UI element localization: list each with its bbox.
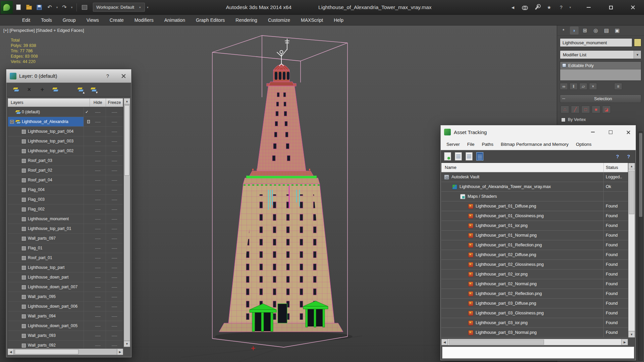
current-layer-cell[interactable]: ✓: [84, 195, 90, 204]
asset-row[interactable]: Lighthouse_part_01_Diffuse.png Found: [441, 201, 628, 211]
set-current-layer-icon[interactable]: ▲: [76, 86, 85, 94]
create-new-layer-icon[interactable]: [12, 86, 20, 94]
freeze-cell[interactable]: -----: [106, 273, 123, 282]
freeze-cell[interactable]: -----: [106, 253, 123, 262]
scrollbar-thumb[interactable]: [449, 340, 544, 345]
layer-row[interactable]: Lighthouse_monument ✓ ----- -----: [8, 214, 123, 224]
scroll-up-icon[interactable]: ▲: [628, 163, 635, 169]
modifier-stack-item[interactable]: Editable Poly: [560, 62, 641, 69]
column-hide[interactable]: Hide: [90, 99, 106, 107]
layer-row[interactable]: Lighthouse_top_part ✓ ----- -----: [8, 263, 123, 273]
column-freeze[interactable]: Freeze: [106, 99, 123, 107]
element-mode-icon[interactable]: ◪: [602, 106, 611, 113]
scroll-up-icon[interactable]: ▲: [124, 98, 130, 104]
layer-row[interactable]: Lighthouse_down_part ✓ ----- -----: [8, 273, 123, 282]
hide-cell[interactable]: -----: [90, 282, 106, 292]
vertex-mode-icon[interactable]: ∴: [560, 106, 569, 113]
asset-row[interactable]: Lighthouse_part_02_Reflection.png Found: [441, 289, 628, 299]
hide-cell[interactable]: -----: [90, 117, 106, 126]
layer-row[interactable]: Lighthouse_of_Alexandria ✓ ----- -----: [8, 117, 123, 127]
current-layer-cell[interactable]: ✓: [84, 117, 90, 126]
freeze-cell[interactable]: -----: [106, 292, 123, 301]
polygon-mode-icon[interactable]: ■: [592, 106, 600, 113]
scroll-down-icon[interactable]: ▼: [124, 341, 130, 347]
asset-row[interactable]: Maps / Shaders: [441, 192, 628, 201]
current-layer-cell[interactable]: ✓: [84, 185, 90, 194]
layer-row[interactable]: Lighthouse_top_part_01 ✓ ----- -----: [8, 224, 123, 234]
freeze-cell[interactable]: -----: [106, 117, 123, 126]
current-layer-cell[interactable]: ✓: [84, 156, 90, 165]
pin-stack-icon[interactable]: ∞: [560, 83, 568, 90]
asset-minimize-icon[interactable]: [585, 125, 600, 139]
open-file-icon[interactable]: [24, 3, 34, 12]
menu-item[interactable]: Views: [81, 15, 104, 25]
hide-cell[interactable]: -----: [90, 146, 106, 156]
application-menu-icon[interactable]: [1, 1, 13, 14]
freeze-cell[interactable]: -----: [106, 234, 123, 243]
asset-list-view-icon[interactable]: [455, 152, 462, 161]
panel-scrollbar-thumb[interactable]: [639, 133, 642, 217]
layer-row[interactable]: Roof_part_04 ✓ ----- -----: [8, 175, 123, 185]
menu-item[interactable]: Animation: [159, 15, 191, 25]
save-file-icon[interactable]: [35, 3, 44, 12]
current-layer-cell[interactable]: ✓: [84, 263, 90, 272]
hide-cell[interactable]: -----: [90, 253, 106, 262]
hide-cell[interactable]: -----: [90, 311, 106, 321]
layer-row[interactable]: Lighthouse_down_part_005 ✓ ----- -----: [8, 321, 123, 331]
hide-cell[interactable]: -----: [90, 127, 106, 136]
scrollbar-thumb[interactable]: [15, 349, 78, 354]
asset-context-help-icon[interactable]: ?: [625, 153, 632, 160]
tab-create-icon[interactable]: *: [559, 26, 568, 35]
hide-cell[interactable]: -----: [90, 136, 106, 146]
help-icon[interactable]: ?: [556, 3, 566, 12]
minimize-button[interactable]: [578, 0, 600, 15]
current-layer-cell[interactable]: ✓: [84, 253, 90, 262]
menu-item[interactable]: Tools: [36, 15, 57, 25]
menu-item[interactable]: Group: [57, 15, 81, 25]
asset-row[interactable]: Lighthouse_part_02_ior.png Found: [441, 269, 628, 279]
layer-list-vertical-scrollbar[interactable]: ▲ ▼: [124, 98, 130, 347]
modifier-list-dropdown[interactable]: Modifier List ▾: [560, 50, 641, 59]
new-scene-icon[interactable]: [14, 3, 23, 12]
freeze-cell[interactable]: -----: [106, 127, 123, 136]
select-objects-in-layer-icon[interactable]: [51, 86, 59, 94]
redo-dropdown-icon[interactable]: ▾: [70, 6, 73, 9]
freeze-cell[interactable]: -----: [106, 263, 123, 272]
hide-cell[interactable]: -----: [90, 175, 106, 185]
asset-menu-item[interactable]: Options: [572, 139, 595, 150]
viewport-label[interactable]: [+] [Perspective] [Shaded + Edged Faces]: [3, 28, 84, 33]
asset-details-view-icon[interactable]: [466, 152, 473, 161]
scroll-left-icon[interactable]: ◀: [441, 339, 448, 345]
current-layer-cell[interactable]: ✓: [84, 234, 90, 243]
current-layer-cell[interactable]: ✓: [84, 224, 90, 233]
object-name-field[interactable]: [560, 38, 632, 47]
asset-menu-item[interactable]: Bitmap Performance and Memory: [497, 139, 572, 150]
tab-hierarchy-icon[interactable]: ⊞: [581, 26, 589, 35]
freeze-cell[interactable]: -----: [106, 166, 123, 175]
freeze-cell[interactable]: -----: [106, 224, 123, 233]
highlight-selected-objects-layer-icon[interactable]: ▼: [90, 86, 98, 94]
menu-item[interactable]: Customize: [263, 15, 296, 25]
menu-item[interactable]: Create: [104, 15, 129, 25]
layer-row[interactable]: Wall_parts_093 ✓ ----- -----: [8, 331, 123, 341]
layer-row[interactable]: Lighthouse_down_part_006 ✓ ----- -----: [8, 302, 123, 311]
workspace-layout-icon[interactable]: [80, 3, 89, 12]
freeze-cell[interactable]: -----: [106, 302, 123, 311]
hide-cell[interactable]: -----: [90, 166, 106, 175]
help-dropdown-icon[interactable]: ▾: [569, 6, 572, 9]
panel-scrollbar[interactable]: [638, 131, 643, 361]
layer-row[interactable]: Lighthouse_down_part_007 ✓ ----- -----: [8, 282, 123, 292]
scrollbar-thumb[interactable]: [124, 105, 129, 176]
remove-modifier-icon[interactable]: ×: [589, 83, 597, 90]
current-layer-cell[interactable]: ✓: [84, 273, 90, 282]
layer-row[interactable]: 0 (default) ✓ ----- -----: [8, 107, 123, 117]
scroll-right-icon[interactable]: ▶: [117, 349, 123, 355]
configure-modifier-sets-icon[interactable]: ≡: [614, 83, 622, 90]
freeze-cell[interactable]: -----: [106, 311, 123, 321]
asset-row[interactable]: Lighthouse_part_01_Reflection.png Found: [441, 240, 628, 250]
menu-item[interactable]: Modifiers: [129, 15, 159, 25]
selection-rollout-header[interactable]: Selection: [560, 95, 641, 103]
asset-menu-item[interactable]: File: [464, 139, 478, 150]
make-unique-icon[interactable]: ▱: [579, 83, 587, 90]
delete-layer-icon[interactable]: ×: [25, 86, 33, 93]
